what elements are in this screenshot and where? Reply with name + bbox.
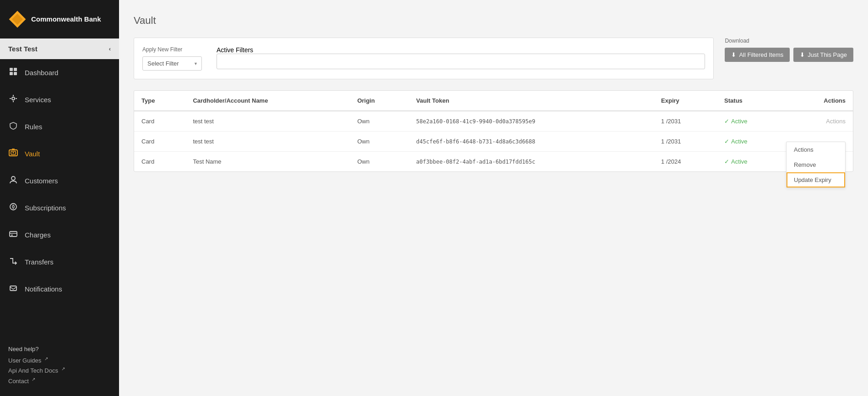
sidebar-label-rules: Rules [25,123,42,131]
user-guides-external-icon: ↗ [44,356,48,361]
cell-origin: Own [350,111,409,132]
dropdown-item-update-expiry[interactable]: Update Expiry [787,172,845,187]
dropdown-item-actions[interactable]: Actions [787,142,845,157]
download-all-label: All Filtered Items [739,51,783,58]
sidebar-item-services[interactable]: Services [0,86,119,113]
cell-origin: Own [350,132,409,152]
download-page-label: Just This Page [808,51,847,58]
brand-logo-icon [8,10,27,28]
services-icon [8,94,18,105]
api-docs-external-icon: ↗ [61,366,65,371]
svg-rect-3 [14,68,17,71]
download-all-icon: ⬇ [731,51,736,58]
col-origin: Origin [350,91,409,111]
svg-point-15 [13,152,14,154]
sidebar: Commonwealth Bank Test Test ‹ Dashboard [0,0,119,396]
user-row[interactable]: Test Test ‹ [0,38,119,59]
sidebar-item-notifications[interactable]: Notifications [0,275,119,302]
download-section: Download ⬇ All Filtered Items ⬇ Just Thi… [725,38,853,62]
sidebar-item-transfers[interactable]: Transfers [0,248,119,275]
main-content: Vault Apply New Filter Select Filter Act… [119,0,868,396]
user-name: Test Test [8,45,38,53]
link-contact[interactable]: Contact ↗ [8,377,111,385]
cell-status: ✓Active [717,132,786,152]
download-label: Download [725,38,749,44]
sidebar-item-charges[interactable]: Charges [0,221,119,248]
link-api-docs[interactable]: Api And Tech Docs ↗ [8,366,111,374]
sidebar-label-dashboard: Dashboard [25,69,58,77]
svg-rect-5 [14,72,17,75]
sidebar-label-notifications: Notifications [25,285,62,293]
actions-link[interactable]: Actions [826,118,846,125]
active-check-icon: ✓ [724,138,729,145]
cell-expiry: 1 /2031 [654,132,717,152]
sidebar-label-services: Services [25,96,51,104]
sidebar-collapse-icon[interactable]: ‹ [109,45,111,52]
cell-expiry: 1 /2031 [654,111,717,132]
svg-point-16 [11,176,15,180]
download-page-icon: ⬇ [800,51,805,58]
sidebar-item-vault[interactable]: Vault [0,140,119,167]
active-check-icon: ✓ [724,158,729,165]
col-actions: Actions [786,91,853,111]
notifications-icon [8,284,18,294]
vault-table-container: Type Cardholder/Account Name Origin Vaul… [134,90,853,172]
table-row: Card test test Own 58e2a160-0168-41c9-99… [134,111,853,132]
col-expiry: Expiry [654,91,717,111]
vault-table: Type Cardholder/Account Name Origin Vaul… [134,91,853,171]
cell-status: ✓Active [717,152,786,172]
apply-filter-label: Apply New Filter [142,46,202,53]
filter-select-wrapper[interactable]: Select Filter [142,56,202,71]
apply-filter-group: Apply New Filter Select Filter [142,46,202,71]
cell-actions: Actions [786,111,853,132]
transfers-icon [8,257,18,267]
vault-icon [8,148,18,159]
sidebar-label-subscriptions: Subscriptions [25,204,66,212]
cell-name: test test [185,111,350,132]
page-title: Vault [134,15,853,27]
cell-expiry: 1 /2024 [654,152,717,172]
cell-token: d45cfe6f-b8f6-4648-b731-4d8a6c3d6688 [409,132,654,152]
download-all-button[interactable]: ⬇ All Filtered Items [725,48,790,62]
subscriptions-icon [8,203,18,213]
svg-rect-4 [10,72,13,75]
svg-rect-20 [11,235,13,236]
charges-icon [8,230,18,240]
sidebar-item-rules[interactable]: Rules [0,113,119,140]
active-filters-group: Active Filters [217,46,705,69]
download-page-button[interactable]: ⬇ Just This Page [793,48,853,62]
cell-origin: Own [350,152,409,172]
filter-select[interactable]: Select Filter [142,56,202,71]
customers-icon [8,176,18,186]
cell-type: Card [134,132,185,152]
sidebar-item-customers[interactable]: Customers [0,167,119,194]
contact-external-icon: ↗ [32,377,35,382]
col-name: Cardholder/Account Name [185,91,350,111]
cell-status: ✓Active [717,111,786,132]
sidebar-label-vault: Vault [25,150,40,158]
active-filters-label: Active Filters [217,46,253,54]
svg-point-6 [12,97,15,100]
cell-type: Card [134,111,185,132]
user-guides-label: User Guides [8,357,41,364]
active-check-icon: ✓ [724,118,729,125]
sidebar-label-charges: Charges [25,231,51,239]
active-filters-input [217,54,705,69]
sidebar-item-subscriptions[interactable]: Subscriptions [0,194,119,221]
contact-label: Contact [8,378,29,385]
api-docs-label: Api And Tech Docs [8,368,58,374]
table-header-row: Type Cardholder/Account Name Origin Vaul… [134,91,853,111]
dropdown-item-remove[interactable]: Remove [787,157,845,172]
table-row: Card test test Own d45cfe6f-b8f6-4648-b7… [134,132,853,152]
link-user-guides[interactable]: User Guides ↗ [8,356,111,364]
sidebar-footer: Need help? User Guides ↗ Api And Tech Do… [0,337,119,396]
table-row: Card Test Name Own a0f3bbee-08f2-4abf-ad… [134,152,853,172]
dashboard-icon [8,67,18,78]
cell-actions: Actions Remove Update Expiry [786,132,853,152]
sidebar-label-customers: Customers [25,177,58,185]
sidebar-label-transfers: Transfers [25,258,54,266]
sidebar-item-dashboard[interactable]: Dashboard [0,59,119,86]
svg-rect-2 [10,68,13,71]
cell-token: a0f3bbee-08f2-4abf-ad1a-6bd17fdd165c [409,152,654,172]
cell-type: Card [134,152,185,172]
